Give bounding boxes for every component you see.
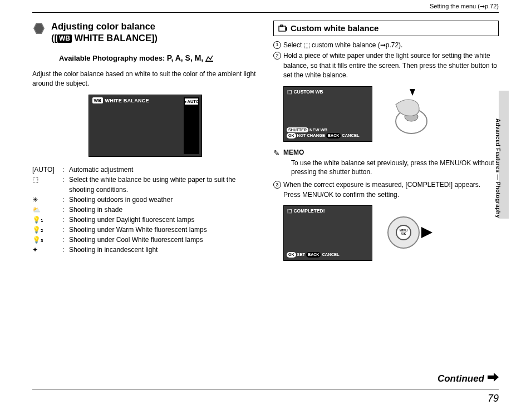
shutter-press-illustration bbox=[385, 88, 435, 140]
section-title-line1: Adjusting color balance bbox=[51, 21, 158, 32]
available-modes-label: Available Photography modes: bbox=[59, 54, 165, 62]
title-prefix: ([ bbox=[51, 33, 57, 43]
custom-wb-heading-box: Custom white balance bbox=[273, 21, 499, 36]
def-val: Shooting under Daylight fluorescent lamp… bbox=[69, 215, 258, 225]
lcd2-title: ⬚ CUSTOM WB bbox=[287, 89, 323, 95]
memo-icon: ✎ bbox=[273, 149, 280, 157]
memo-label: MEMO bbox=[283, 149, 304, 156]
wb-badge-icon: WB bbox=[57, 34, 72, 43]
custom-wb-icon bbox=[278, 24, 287, 32]
def-val: Automatic adjustment bbox=[69, 165, 258, 175]
lcd2-newwb: NEW WB bbox=[309, 127, 327, 132]
arrow-right-icon bbox=[488, 373, 499, 384]
film-icon bbox=[205, 55, 213, 61]
hexagon-icon bbox=[32, 22, 46, 35]
header-breadcrumb: Setting the menu (➞p.72) bbox=[32, 1, 499, 13]
lcd3-title: ⬚ COMPLETED! bbox=[287, 208, 325, 214]
svg-marker-5 bbox=[410, 89, 415, 96]
continued-label: Continued bbox=[437, 373, 499, 384]
def-val: Shooting under Warm White fluorescent la… bbox=[69, 225, 258, 235]
def-key: 💡₁ bbox=[32, 215, 62, 225]
lcd-options-strip: AUTO bbox=[184, 97, 199, 154]
step-2-text: Hold a piece of white paper under the li… bbox=[283, 51, 499, 80]
step-number-icon: 2 bbox=[273, 52, 281, 60]
svg-marker-12 bbox=[421, 227, 432, 238]
lcd2-bottom: SHUTTERNEW WB OKNOT CHANGE BACKCANCEL bbox=[287, 127, 369, 139]
page-footer: 79 bbox=[32, 389, 499, 404]
lcd-title-text: WHITE BALANCE bbox=[105, 98, 149, 103]
page-number: 79 bbox=[488, 393, 499, 404]
pill-back: BACK bbox=[306, 252, 321, 258]
svg-text:/OK: /OK bbox=[401, 232, 406, 235]
def-key: [AUTO] bbox=[32, 165, 62, 175]
lcd2-title-text: CUSTOM WB bbox=[293, 89, 323, 95]
svg-rect-13 bbox=[488, 375, 494, 379]
step-1-text: Select ⬚ custom white balance (➞p.72). bbox=[283, 41, 499, 50]
section-title-line2: ([WB WHITE BALANCE]) bbox=[51, 32, 158, 44]
svg-rect-2 bbox=[205, 61, 213, 62]
memo-text: To use the white balance set previously,… bbox=[291, 159, 499, 177]
def-key: ✦ bbox=[32, 245, 62, 255]
step-number-icon: 1 bbox=[273, 41, 281, 49]
lcd2-notchange: NOT CHANGE bbox=[297, 133, 325, 138]
pill-ok: OK bbox=[287, 133, 296, 139]
svg-marker-14 bbox=[494, 373, 499, 382]
lcd-customwb-figure: ⬚ CUSTOM WB SHUTTERNEW WB OKNOT CHANGE B… bbox=[283, 86, 372, 142]
custom-wb-heading-text: Custom white balance bbox=[291, 23, 378, 33]
available-modes-list: P, A, S, M, bbox=[167, 53, 205, 62]
section-title: Adjusting color balance ([WB WHITE BALAN… bbox=[51, 21, 158, 45]
pill-back: BACK bbox=[326, 133, 341, 139]
lcd3-bottom: OKSET BACKCANCEL bbox=[287, 252, 369, 258]
side-section-label: Advanced Features — Photography bbox=[495, 118, 501, 218]
continued-text: Continued bbox=[437, 373, 484, 384]
title-suffix: WHITE BALANCE]) bbox=[72, 33, 158, 43]
dial-press-illustration: MENU /OK bbox=[385, 213, 434, 253]
lcd-whitebalance-figure: WBWHITE BALANCE AUTO bbox=[88, 95, 202, 157]
def-key: ⛅ bbox=[32, 205, 62, 215]
lcd3-cancel: CANCEL bbox=[322, 252, 339, 257]
lcd-option-auto: AUTO bbox=[185, 98, 198, 105]
lcd-title: WBWHITE BALANCE bbox=[92, 97, 149, 103]
wb-mini-badge-icon: WB bbox=[92, 97, 104, 103]
available-modes: Available Photography modes: P, A, S, M, bbox=[59, 52, 258, 64]
intro-paragraph: Adjust the color balance based on white … bbox=[32, 70, 258, 88]
def-key: ☀ bbox=[32, 195, 62, 205]
def-val: Select the white balance be using white … bbox=[69, 175, 258, 195]
def-val: Shooting in shade bbox=[69, 205, 258, 215]
lcd2-cancel: CANCEL bbox=[342, 133, 359, 138]
def-key: 💡₃ bbox=[32, 235, 62, 245]
def-val: Shooting under Cool White fluorescent la… bbox=[69, 235, 258, 245]
step-number-icon: 3 bbox=[273, 181, 281, 189]
lcd3-set: SET bbox=[297, 252, 306, 257]
def-val: Shooting in incandescent light bbox=[69, 245, 258, 255]
lcd-completed-figure: ⬚ COMPLETED! OKSET BACKCANCEL bbox=[283, 205, 372, 261]
pill-ok: OK bbox=[287, 252, 296, 258]
def-key: 💡₂ bbox=[32, 225, 62, 235]
step-3-text: When the correct exposure is measured, [… bbox=[283, 180, 499, 200]
def-val: Shooting outdoors in good weather bbox=[69, 195, 258, 205]
def-key: ⬚ bbox=[32, 175, 62, 195]
lcd3-title-text: COMPLETED! bbox=[293, 208, 324, 214]
pill-shutter: SHUTTER bbox=[287, 127, 308, 133]
wb-definitions: [AUTO]:Automatic adjustment ⬚:Select the… bbox=[32, 165, 258, 255]
